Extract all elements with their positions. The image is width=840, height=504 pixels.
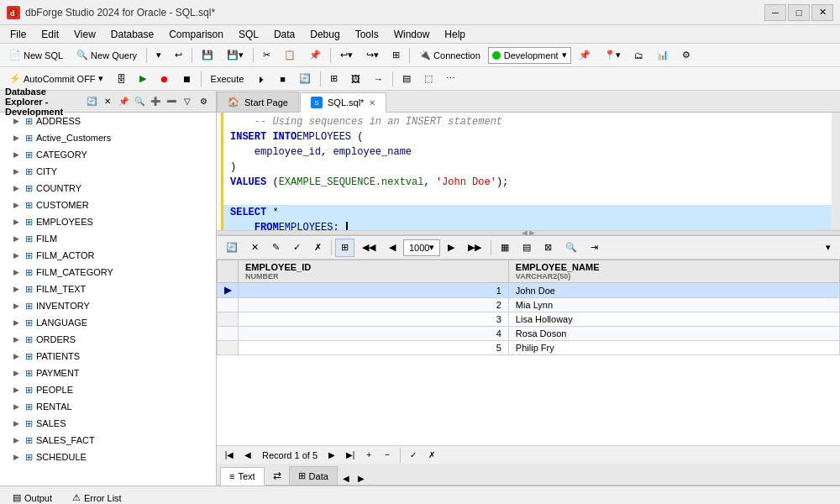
refresh-btn[interactable]: 🔄 [293, 70, 317, 88]
cell-emp-name[interactable]: Philip Fry [508, 341, 839, 355]
results-last-btn[interactable]: ▶▶ [462, 239, 487, 257]
results-next-btn[interactable]: ▶ [442, 239, 460, 257]
toolbar-btn-pin[interactable]: 📌 [573, 46, 596, 65]
results-search-btn[interactable]: 🔍 [559, 239, 583, 257]
results-view2-btn[interactable]: ▤ [517, 239, 537, 257]
toolbar-extra1[interactable]: ▤ [396, 70, 417, 88]
toolbar-grid-btn[interactable]: ⊞ [324, 70, 344, 88]
menu-file[interactable]: File [3, 27, 33, 42]
results-tab-data[interactable]: ⊞ Data [289, 466, 338, 485]
tree-item-address[interactable]: ▶ ⊞ ADDRESS [0, 113, 216, 129]
nav-next-btn[interactable]: ▶ [324, 449, 339, 462]
sidebar-settings-btn[interactable]: ⚙ [196, 94, 211, 109]
col-header-employee-name[interactable]: EMPLOYEE_NAMEVARCHAR2(50) [508, 260, 839, 283]
menu-edit[interactable]: Edit [34, 27, 66, 42]
toolbar-btn-cut[interactable]: ✂ [257, 46, 276, 65]
stop-btn[interactable]: ■ [274, 70, 291, 88]
toolbar-btn-paste[interactable]: 📌 [303, 46, 327, 65]
menu-comparison[interactable]: Comparison [162, 27, 230, 42]
nav-del-btn[interactable]: − [380, 449, 395, 462]
tab-error-list[interactable]: ⚠ Error List [63, 489, 131, 505]
menu-window[interactable]: Window [387, 27, 437, 42]
nav-first-btn[interactable]: |◀ [222, 449, 237, 462]
toolbar-btn-stop[interactable]: ⏹ [176, 70, 197, 88]
tree-item-schedule[interactable]: ▶ ⊞ SCHEDULE [0, 449, 216, 465]
results-view1-btn[interactable]: ▦ [495, 239, 515, 257]
tree-item-customer[interactable]: ▶ ⊞ CUSTOMER [0, 197, 216, 213]
table-row[interactable]: 5 Philip Fry [218, 341, 840, 355]
tree-item-active-customers[interactable]: ▶ ⊞ Active_Customers [0, 129, 216, 146]
tree-item-film-text[interactable]: ▶ ⊞ FILM_TEXT [0, 281, 216, 297]
results-prev1-btn[interactable]: ◀◀ [356, 239, 381, 257]
tree-item-people[interactable]: ▶ ⊞ PEOPLE [0, 381, 216, 398]
menu-help[interactable]: Help [438, 27, 472, 42]
sidebar-plus-btn[interactable]: ➕ [148, 94, 163, 109]
toolbar-btn-undoact[interactable]: ↩▾ [334, 46, 359, 65]
toolbar-extra3[interactable]: ⋯ [440, 70, 461, 88]
tab-output[interactable]: ▤ Output [3, 489, 61, 505]
menu-tools[interactable]: Tools [349, 27, 386, 42]
sidebar-filter-btn[interactable]: 🔍 [132, 94, 147, 109]
tree-item-employees[interactable]: ▶ ⊞ EMPLOYEES [0, 213, 216, 230]
results-check-btn[interactable]: ✓ [287, 239, 307, 257]
tree-item-patients[interactable]: ▶ ⊞ PATIENTS [0, 348, 216, 365]
tree-item-country[interactable]: ▶ ⊞ COUNTRY [0, 180, 216, 197]
toolbar-btn-schema2[interactable]: 📊 [651, 46, 675, 65]
tree-item-city[interactable]: ▶ ⊞ CITY [0, 163, 216, 180]
toolbar-btn-more[interactable]: ⚙ [676, 46, 696, 65]
results-refresh-btn[interactable]: 🔄 [220, 239, 244, 257]
execute-extra-btn[interactable]: ⏵ [251, 70, 272, 88]
results-grid-btn[interactable]: ⊞ [335, 239, 354, 257]
menu-debug[interactable]: Debug [303, 27, 346, 42]
toolbar-btn-save[interactable]: 💾 [196, 46, 219, 65]
results-cancel-btn[interactable]: ✕ [245, 239, 265, 257]
editor[interactable]: -- Using sequences in an INSERT statemen… [217, 113, 840, 230]
tree-item-sales-fact[interactable]: ▶ ⊞ SALES_FACT [0, 432, 216, 449]
tree-item-film-category[interactable]: ▶ ⊞ FILM_CATEGORY [0, 264, 216, 281]
editor-scrollbar[interactable] [832, 113, 840, 230]
editor-content[interactable]: -- Using sequences in an INSERT statemen… [223, 113, 832, 230]
results-table[interactable]: EMPLOYEE_IDNUMBER EMPLOYEE_NAMEVARCHAR2(… [217, 260, 840, 445]
sidebar-minus-btn[interactable]: ➖ [164, 94, 179, 109]
maximize-button[interactable]: □ [788, 4, 810, 21]
toolbar-btn-db1[interactable]: 🗄 [111, 70, 132, 88]
results-x-btn[interactable]: ✗ [308, 239, 328, 257]
sidebar-close-btn[interactable]: ✕ [100, 94, 115, 109]
tree-item-payment[interactable]: ▶ ⊞ PAYMENT [0, 365, 216, 381]
toolbar-extra2[interactable]: ⬚ [418, 70, 438, 88]
toolbar-btn-schema[interactable]: 🗂 [628, 46, 649, 65]
page-size-input[interactable]: 1000 ▾ [403, 239, 440, 256]
tab-sql-file[interactable]: S SQL.sql* ✕ [300, 92, 386, 113]
sidebar-pin-btn[interactable]: 📌 [116, 94, 131, 109]
dropdown-btn1[interactable]: ▾ [150, 46, 167, 65]
tree-item-film[interactable]: ▶ ⊞ FILM [0, 230, 216, 247]
cell-emp-id[interactable]: 2 [239, 298, 509, 312]
sidebar-filter2-btn[interactable]: ▽ [180, 94, 195, 109]
col-header-employee-id[interactable]: EMPLOYEE_IDNUMBER [239, 260, 509, 283]
table-row[interactable]: 4 Rosa Doson [218, 327, 840, 341]
connection-button[interactable]: 🔌 Connection [413, 46, 486, 65]
nav-add-btn[interactable]: + [361, 449, 376, 462]
tree-item-inventory[interactable]: ▶ ⊞ INVENTORY [0, 297, 216, 314]
results-tab-text[interactable]: ≡ Text [220, 467, 265, 486]
toolbar-btn-play-green[interactable]: ▶ [134, 70, 152, 88]
results-options-btn[interactable]: ▾ [820, 239, 837, 257]
cell-emp-id[interactable]: 5 [239, 341, 509, 355]
table-row[interactable]: ▶ 1 John Doe [218, 283, 840, 298]
toolbar-btn-redoact[interactable]: ↪▾ [360, 46, 385, 65]
toolbar-img-btn[interactable]: 🖼 [345, 70, 366, 88]
data-tab-prev[interactable]: ◀ [339, 471, 354, 485]
autocommit-button[interactable]: ⚡ AutoCommit OFF ▾ [3, 70, 109, 88]
results-edit-btn[interactable]: ✎ [266, 239, 286, 257]
toolbar-btn-undo[interactable]: ↩ [169, 46, 188, 65]
transfer-arrows-btn[interactable]: ⇄ [265, 466, 289, 485]
tab-close-btn[interactable]: ✕ [369, 98, 375, 108]
close-button[interactable]: ✕ [811, 4, 833, 21]
results-view3-btn[interactable]: ⊠ [538, 239, 558, 257]
table-row[interactable]: 2 Mia Lynn [218, 298, 840, 312]
tree-item-orders[interactable]: ▶ ⊞ ORDERS [0, 331, 216, 348]
toolbar-btn-record[interactable]: ⏺ [154, 70, 175, 88]
cell-emp-name[interactable]: Rosa Doson [508, 327, 839, 341]
nav-check-btn[interactable]: ✓ [406, 449, 421, 462]
results-export-btn[interactable]: ⇥ [585, 239, 604, 257]
